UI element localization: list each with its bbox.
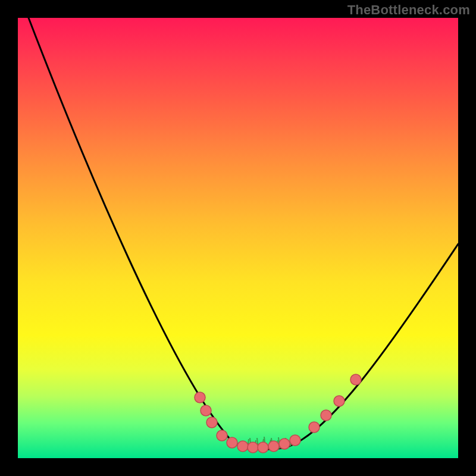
marker-dot (201, 405, 211, 416)
marker-dot (206, 417, 217, 428)
marker-dot (321, 410, 331, 421)
plot-svg (18, 18, 458, 458)
marker-dot (279, 439, 290, 449)
plot-area (18, 18, 458, 458)
marker-dot (195, 392, 205, 403)
watermark-text: TheBottleneck.com (347, 2, 470, 18)
curve-line (29, 18, 458, 449)
marker-dot (217, 430, 227, 441)
marker-dot (227, 437, 237, 448)
marker-dot (290, 435, 300, 446)
marker-dot (237, 441, 248, 452)
marker-dot (258, 442, 268, 453)
marker-dot (309, 422, 320, 433)
marker-dot (248, 442, 258, 453)
marker-dot (350, 374, 361, 385)
chart-frame: TheBottleneck.com (0, 0, 476, 476)
marker-dot (268, 441, 279, 452)
marker-dot (334, 396, 345, 406)
